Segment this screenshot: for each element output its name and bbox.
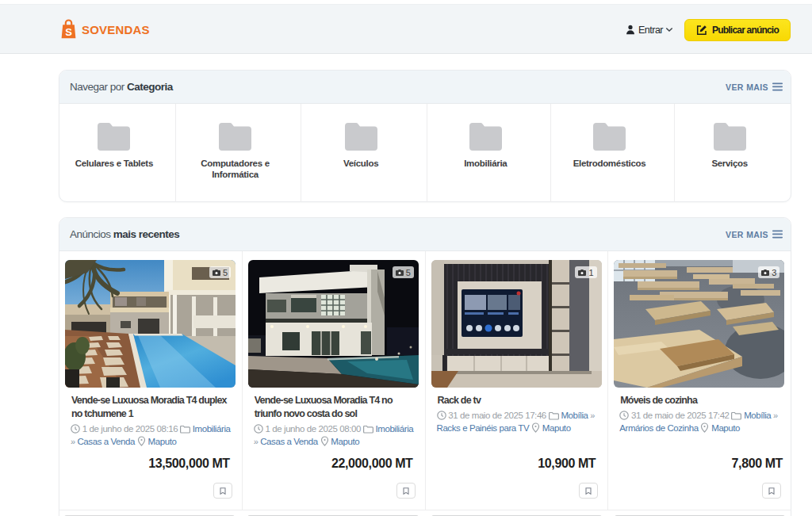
- svg-text:S: S: [65, 26, 72, 38]
